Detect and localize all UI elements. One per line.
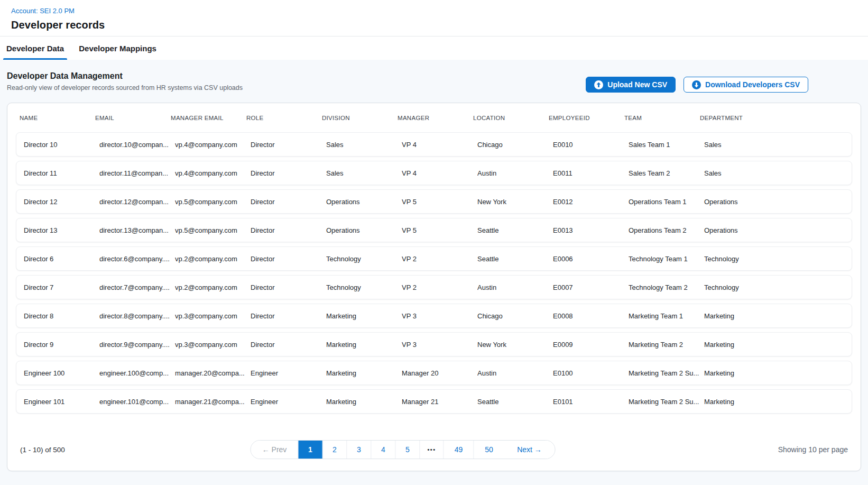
table-cell: Director 7 [24,283,99,291]
next-page-button[interactable]: Next → [504,441,555,459]
table-cell: Marketing [704,398,852,406]
tab-developer-data[interactable]: Developer Data [5,36,65,60]
table-cell: Director 8 [24,312,99,320]
table-cell: E0010 [553,141,629,149]
tab-developer-mappings[interactable]: Developer Mappings [78,36,158,60]
table-cell: Director [251,312,326,320]
page-button[interactable]: 1 [299,441,323,459]
table-cell: VP 4 [402,169,477,177]
table-row: Director 6director.6@company....vp.2@com… [16,246,852,271]
table-cell: director.12@compan... [99,198,175,206]
page-title: Developer records [11,19,868,31]
table-row: Director 8director.8@company....vp.3@com… [16,304,852,328]
table-cell: Seattle [477,398,553,406]
table-cell: Director 9 [24,341,99,349]
page-button[interactable]: 50 [474,441,504,459]
head-actions: Upload New CSV Download Developers CSV [586,77,808,93]
table-cell: vp.4@company.com [175,141,251,149]
table-cell: vp.5@company.com [175,198,251,206]
table-row: Director 7director.7@company....vp.2@com… [16,275,852,299]
table-cell: Director 12 [24,198,99,206]
table-cell: Seattle [477,226,553,234]
table-row: Director 11director.11@compan...vp.4@com… [16,161,852,185]
table-cell: Operations [326,198,402,206]
table-cell: Seattle [477,255,553,263]
table-cell: Director 6 [24,255,99,263]
page-button[interactable]: 49 [444,441,474,459]
table-cell: Director [251,198,326,206]
table-cell: New York [477,341,553,349]
table-cell: Marketing [704,369,852,377]
table-cell: E0009 [553,341,629,349]
table-cell: Marketing Team 2 Su... [629,398,704,406]
table-cell: Sales [704,141,852,149]
table-cell: E0011 [553,169,629,177]
table-cell: Operations [704,226,852,234]
section-subtitle: Read-only view of developer records sour… [7,84,243,91]
table-rows: Director 10director.10@compan...vp.4@com… [7,132,861,414]
table-cell: VP 2 [402,283,477,291]
table-cell: Chicago [477,141,553,149]
top-header: Account: SEI 2.0 PM Developer records [0,0,868,36]
table-cell: Austin [477,169,553,177]
table-cell: director.8@company.... [99,312,175,320]
table-row: Engineer 100engineer.100@comp...manager.… [16,361,852,385]
upload-csv-button[interactable]: Upload New CSV [586,77,676,93]
page-button[interactable]: 3 [347,441,372,459]
upload-icon [594,80,603,89]
table-cell: director.7@company.... [99,283,175,291]
table-cell: engineer.100@comp... [99,369,175,377]
content-section: Developer Data Management Read-only view… [0,60,868,485]
column-header: EMPLOYEEID [549,115,624,121]
table-cell: Austin [477,369,553,377]
table-cell: Engineer 101 [24,398,99,406]
range-label: (1 - 10) of 500 [20,446,65,454]
table-cell: VP 5 [402,226,477,234]
table-cell: director.9@company.... [99,341,175,349]
table-cell: vp.3@company.com [175,341,251,349]
table-cell: Marketing [326,341,402,349]
table-cell: Director 11 [24,169,99,177]
table-cell: vp.5@company.com [175,226,251,234]
table-cell: manager.21@compa... [175,398,251,406]
table-cell: Marketing Team 2 Su... [629,369,704,377]
page-button[interactable]: 2 [323,441,347,459]
table-cell: Sales Team 1 [629,141,704,149]
table-cell: Engineer [251,398,326,406]
prev-page-button[interactable]: ← Prev [251,441,299,459]
pagination-ellipsis: ••• [420,441,444,459]
column-header: DEPARTMENT [700,115,861,121]
table-cell: Operations [326,226,402,234]
page-button[interactable]: 4 [372,441,396,459]
table-cell: E0008 [553,312,629,320]
table-cell: Engineer [251,369,326,377]
table-cell: Director 13 [24,226,99,234]
table-cell: Marketing [326,369,402,377]
table-cell: E0013 [553,226,629,234]
table-row: Director 9director.9@company....vp.3@com… [16,332,852,356]
table-cell: E0007 [553,283,629,291]
table-cell: E0012 [553,198,629,206]
column-header: NAME [20,115,95,121]
table-cell: Director 10 [24,141,99,149]
table-cell: Technology [704,255,852,263]
tab-bar: Developer Data Developer Mappings [0,36,868,60]
section-head: Developer Data Management Read-only view… [7,71,861,93]
column-header: MANAGER [398,115,473,121]
download-csv-button[interactable]: Download Developers CSV [684,77,808,93]
download-icon [692,80,701,89]
page-button[interactable]: 5 [396,441,420,459]
table-cell: Operations Team 2 [629,226,704,234]
column-header: LOCATION [473,115,549,121]
table-cell: Director [251,226,326,234]
table-cell: director.10@compan... [99,141,175,149]
account-link[interactable]: Account: SEI 2.0 PM [11,7,75,15]
table-cell: director.11@compan... [99,169,175,177]
table-cell: vp.4@company.com [175,169,251,177]
section-head-text: Developer Data Management Read-only view… [7,71,243,91]
table-cell: Manager 21 [402,398,477,406]
table-cell: Engineer 100 [24,369,99,377]
table-cell: Director [251,283,326,291]
table-cell: Director [251,169,326,177]
column-header: EMAIL [95,115,171,121]
